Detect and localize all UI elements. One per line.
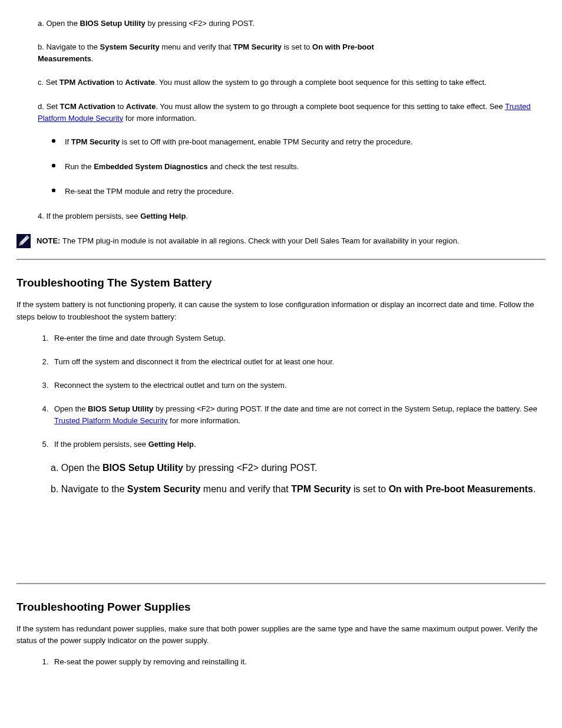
battery-sub-a-open: a. Open the — [51, 463, 103, 473]
divider — [16, 259, 546, 260]
battery-step-4-after: for more information. — [167, 416, 240, 425]
numbered-list-power: Re-seat the power supply by removing and… — [16, 656, 546, 668]
battery-step-4-pre: Open the — [54, 404, 88, 413]
list-item: Run the Embedded System Diagnostics and … — [52, 161, 546, 173]
list-item: Re-seat the power supply by removing and… — [51, 656, 546, 668]
substep-c-text-1: c. Set — [38, 78, 59, 87]
bullet-0-pre: If — [65, 137, 71, 146]
battery-substep-a: a. Open the BIOS Setup Utility by pressi… — [51, 463, 546, 473]
battery-step-2: Turn off the system and disconnect it fr… — [54, 357, 334, 366]
battery-sub-a-strong: BIOS Setup Utility — [103, 463, 183, 473]
bullet-0-tail: is set to Off with pre-boot management, … — [120, 137, 412, 146]
on-with-preboot-label: On with Pre-boot — [312, 42, 374, 51]
battery-sub-b-period: . — [533, 484, 535, 494]
battery-step-4-strong: BIOS Setup Utility — [88, 404, 153, 413]
note-body: The TPM plug-in module is not available … — [60, 236, 459, 245]
substep-b-text-1: b. Navigate to the — [38, 42, 100, 51]
note-label: NOTE: — [37, 236, 60, 245]
substep-a-text-2: by pressing <F2> during POST. — [146, 19, 254, 28]
sub-steps-battery: a. Open the BIOS Setup Utility by pressi… — [51, 463, 546, 495]
bullet-0-strong: TPM Security — [71, 137, 120, 146]
battery-sub-b-is: is set to — [351, 484, 389, 494]
substep-b-period: . — [91, 54, 94, 63]
battery-step-1: Re-enter the time and date through Syste… — [54, 334, 226, 342]
substep-d-tail: . You must allow the system to go throug… — [156, 102, 505, 111]
battery-step-3: Reconnect the system to the electrical o… — [54, 381, 287, 390]
battery-sub-b-mid: menu and verify that — [200, 484, 291, 494]
section-body-battery: If the system battery is not functioning… — [16, 299, 546, 322]
battery-sub-b-strong1: System Security — [127, 484, 201, 494]
substep-d-text-1: d. Set — [38, 102, 60, 111]
battery-substep-b: b. Navigate to the System Security menu … — [51, 484, 546, 495]
tpm-security-link-2[interactable]: Trusted Platform Module Security — [54, 416, 167, 425]
list-item: Reconnect the system to the electrical o… — [51, 380, 546, 391]
step-4: 4. If the problem persists, see Getting … — [38, 210, 546, 222]
substep-c-tail: . You must allow the system to go throug… — [155, 78, 487, 87]
list-item: Turn off the system and disconnect it fr… — [51, 356, 546, 368]
bullet-list: If TPM Security is set to Off with pre-b… — [16, 136, 546, 197]
step4-period: . — [186, 212, 188, 220]
list-item: Re-enter the time and date through Syste… — [51, 332, 546, 344]
section-body-power: If the system has redundant power suppli… — [16, 623, 546, 647]
step4-pre: 4. If the problem persists, see — [38, 212, 140, 220]
bullet-1-pre: Run the — [65, 162, 94, 171]
substep-c-to: to — [114, 78, 125, 87]
battery-sub-b-strong3: On with Pre-boot Measurements — [389, 484, 533, 494]
tpm-security-label: TPM Security — [233, 42, 282, 51]
substep-d-to: to — [115, 102, 126, 111]
battery-sub-a-tail: by pressing <F2> during POST. — [183, 463, 318, 473]
battery-sub-b-strong2: TPM Security — [291, 484, 351, 494]
list-item: If TPM Security is set to Off with pre-b… — [52, 136, 546, 148]
tcm-activation-label: TCM Activation — [60, 102, 115, 111]
battery-step-5-period: . — [194, 440, 196, 449]
list-item: Re-seat the TPM module and retry the pro… — [52, 186, 546, 197]
battery-step-4-tail: by pressing <F2> during POST. If the dat… — [153, 404, 537, 413]
bios-setup-utility-label: BIOS Setup Utility — [80, 19, 146, 28]
bullet-1-tail: and check the test results. — [208, 162, 299, 171]
measurements-label: Measurements — [38, 54, 91, 63]
section-title-battery: Troubleshooting The System Battery — [16, 276, 546, 289]
tpm-activation-label: TPM Activation — [59, 78, 114, 87]
substep-c: c. Set TPM Activation to Activate. You m… — [38, 77, 546, 88]
section-title-power: Troubleshooting Power Supplies — [16, 601, 546, 614]
substep-b-text-3: is set to — [282, 42, 312, 51]
battery-step-5-pre: If the problem persists, see — [54, 440, 148, 449]
substep-d-after: for more information. — [123, 114, 196, 123]
list-item: If the problem persists, see Getting Hel… — [51, 439, 546, 450]
system-security-label: System Security — [100, 42, 160, 51]
numbered-list-battery: Re-enter the time and date through Syste… — [16, 332, 546, 451]
pencil-icon — [16, 234, 32, 248]
substep-a: a. Open the BIOS Setup Utility by pressi… — [38, 18, 546, 29]
battery-sub-b-open: b. Navigate to the — [51, 484, 127, 494]
battery-step-5-strong: Getting Help — [148, 440, 194, 449]
power-step-1: Re-seat the power supply by removing and… — [54, 657, 247, 666]
getting-help-label: Getting Help — [140, 212, 186, 220]
list-item: Open the BIOS Setup Utility by pressing … — [51, 403, 546, 427]
activate-label: Activate — [125, 78, 155, 87]
activate-label-2: Activate — [126, 102, 156, 111]
substep-d: d. Set TCM Activation to Activate. You m… — [38, 101, 546, 124]
substep-b: b. Navigate to the System Security menu … — [38, 41, 546, 65]
substep-a-text-1: a. Open the — [38, 19, 80, 28]
divider — [16, 583, 546, 584]
note-text: NOTE: The TPM plug-in module is not avai… — [37, 233, 459, 247]
bullet-1-strong: Embedded System Diagnostics — [94, 162, 208, 171]
note-row: NOTE: The TPM plug-in module is not avai… — [16, 233, 546, 248]
substep-b-text-2: menu and verify that — [160, 42, 233, 51]
bullet-2-text: Re-seat the TPM module and retry the pro… — [65, 187, 234, 196]
